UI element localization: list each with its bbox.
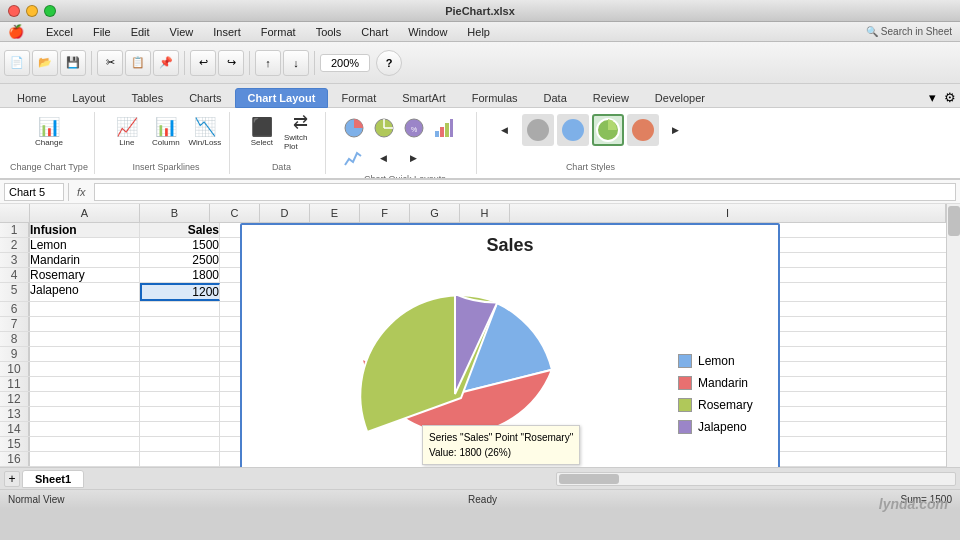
layout-2-btn[interactable] bbox=[370, 114, 398, 142]
tab-format[interactable]: Format bbox=[328, 88, 389, 107]
tab-data[interactable]: Data bbox=[531, 88, 580, 107]
cell-a1[interactable]: Infusion bbox=[30, 223, 140, 237]
cell-a11[interactable] bbox=[30, 377, 140, 391]
undo-btn[interactable]: ↩ bbox=[190, 50, 216, 76]
cell-a15[interactable] bbox=[30, 437, 140, 451]
cell-a16[interactable] bbox=[30, 452, 140, 466]
cell-a3[interactable]: Mandarin bbox=[30, 253, 140, 267]
paste-btn[interactable]: 📌 bbox=[153, 50, 179, 76]
cell-b3[interactable]: 2500 bbox=[140, 253, 220, 267]
ribbon-options-btn[interactable]: ⚙ bbox=[940, 88, 960, 107]
menu-format[interactable]: Format bbox=[257, 24, 300, 40]
copy-btn[interactable]: 📋 bbox=[125, 50, 151, 76]
col-header-d[interactable]: D bbox=[260, 204, 310, 222]
tab-layout[interactable]: Layout bbox=[59, 88, 118, 107]
cell-a13[interactable] bbox=[30, 407, 140, 421]
layout-3-btn[interactable]: % bbox=[400, 114, 428, 142]
redo-btn[interactable]: ↪ bbox=[218, 50, 244, 76]
change-chart-type-btn[interactable]: 📊 Change bbox=[31, 114, 67, 150]
tab-tables[interactable]: Tables bbox=[118, 88, 176, 107]
open-btn[interactable]: 📂 bbox=[32, 50, 58, 76]
minimize-button[interactable] bbox=[26, 5, 38, 17]
menu-tools[interactable]: Tools bbox=[312, 24, 346, 40]
tab-chart-layout[interactable]: Chart Layout bbox=[235, 88, 329, 108]
menu-excel[interactable]: Excel bbox=[42, 24, 77, 40]
maximize-button[interactable] bbox=[44, 5, 56, 17]
select-data-btn[interactable]: ⬛ Select bbox=[244, 114, 280, 150]
sort-desc-btn[interactable]: ↓ bbox=[283, 50, 309, 76]
cell-a14[interactable] bbox=[30, 422, 140, 436]
tab-formulas[interactable]: Formulas bbox=[459, 88, 531, 107]
menu-insert[interactable]: Insert bbox=[209, 24, 245, 40]
search-box[interactable]: 🔍 Search in Sheet bbox=[866, 26, 952, 37]
v-scroll-thumb[interactable] bbox=[948, 206, 960, 236]
cell-b14[interactable] bbox=[140, 422, 220, 436]
sort-asc-btn[interactable]: ↑ bbox=[255, 50, 281, 76]
col-header-e[interactable]: E bbox=[310, 204, 360, 222]
col-header-a[interactable]: A bbox=[30, 204, 140, 222]
menu-file[interactable]: File bbox=[89, 24, 115, 40]
style-arrow-right-btn[interactable]: ▶ bbox=[662, 116, 690, 144]
cell-reference-input[interactable] bbox=[4, 183, 64, 201]
layout-5-btn[interactable] bbox=[340, 144, 368, 172]
tab-smartart[interactable]: SmartArt bbox=[389, 88, 458, 107]
formula-input[interactable] bbox=[94, 183, 956, 201]
style-2-btn[interactable] bbox=[557, 114, 589, 146]
style-4-btn[interactable] bbox=[627, 114, 659, 146]
col-header-f[interactable]: F bbox=[360, 204, 410, 222]
cell-b9[interactable] bbox=[140, 347, 220, 361]
cell-b13[interactable] bbox=[140, 407, 220, 421]
zoom-level[interactable]: 200% bbox=[320, 54, 370, 72]
cell-b10[interactable] bbox=[140, 362, 220, 376]
col-header-c[interactable]: C bbox=[210, 204, 260, 222]
cell-a12[interactable] bbox=[30, 392, 140, 406]
cell-b1[interactable]: Sales bbox=[140, 223, 220, 237]
sparkline-winloss-btn[interactable]: 📉 Win/Loss bbox=[187, 114, 223, 150]
menu-edit[interactable]: Edit bbox=[127, 24, 154, 40]
cell-b16[interactable] bbox=[140, 452, 220, 466]
col-header-h[interactable]: H bbox=[460, 204, 510, 222]
switch-plot-btn[interactable]: ⇄ Switch Plot bbox=[283, 114, 319, 150]
menu-window[interactable]: Window bbox=[404, 24, 451, 40]
new-sheet-button[interactable]: + bbox=[4, 471, 20, 487]
help-btn[interactable]: ? bbox=[376, 50, 402, 76]
cell-a10[interactable] bbox=[30, 362, 140, 376]
cell-b5[interactable]: 1200 bbox=[140, 283, 220, 301]
cell-a7[interactable] bbox=[30, 317, 140, 331]
cell-b4[interactable]: 1800 bbox=[140, 268, 220, 282]
tab-charts[interactable]: Charts bbox=[176, 88, 234, 107]
cell-b12[interactable] bbox=[140, 392, 220, 406]
sparkline-line-btn[interactable]: 📈 Line bbox=[109, 114, 145, 150]
h-scroll-thumb[interactable] bbox=[559, 474, 619, 484]
menu-chart[interactable]: Chart bbox=[357, 24, 392, 40]
sheet-tab-sheet1[interactable]: Sheet1 bbox=[22, 470, 84, 488]
menu-view[interactable]: View bbox=[166, 24, 198, 40]
cut-btn[interactable]: ✂ bbox=[97, 50, 123, 76]
layout-arrow-left-btn[interactable]: ◀ bbox=[370, 144, 398, 172]
close-button[interactable] bbox=[8, 5, 20, 17]
horizontal-scrollbar[interactable] bbox=[556, 472, 956, 486]
cell-b2[interactable]: 1500 bbox=[140, 238, 220, 252]
tab-home[interactable]: Home bbox=[4, 88, 59, 107]
cell-a2[interactable]: Lemon bbox=[30, 238, 140, 252]
col-header-b[interactable]: B bbox=[140, 204, 210, 222]
new-btn[interactable]: 📄 bbox=[4, 50, 30, 76]
cell-a4[interactable]: Rosemary bbox=[30, 268, 140, 282]
cell-a9[interactable] bbox=[30, 347, 140, 361]
save-btn[interactable]: 💾 bbox=[60, 50, 86, 76]
style-1-btn[interactable] bbox=[522, 114, 554, 146]
style-3-btn[interactable] bbox=[592, 114, 624, 146]
cell-a6[interactable] bbox=[30, 302, 140, 316]
cell-b11[interactable] bbox=[140, 377, 220, 391]
ribbon-collapse-btn[interactable]: ▾ bbox=[925, 88, 940, 107]
cell-b7[interactable] bbox=[140, 317, 220, 331]
vertical-scrollbar[interactable] bbox=[946, 204, 960, 467]
layout-arrow-right-btn[interactable]: ▶ bbox=[400, 144, 428, 172]
cell-b8[interactable] bbox=[140, 332, 220, 346]
cell-b6[interactable] bbox=[140, 302, 220, 316]
layout-1-btn[interactable] bbox=[340, 114, 368, 142]
menu-help[interactable]: Help bbox=[463, 24, 494, 40]
col-header-i[interactable]: I bbox=[510, 204, 946, 222]
layout-4-btn[interactable] bbox=[430, 114, 458, 142]
cell-b15[interactable] bbox=[140, 437, 220, 451]
